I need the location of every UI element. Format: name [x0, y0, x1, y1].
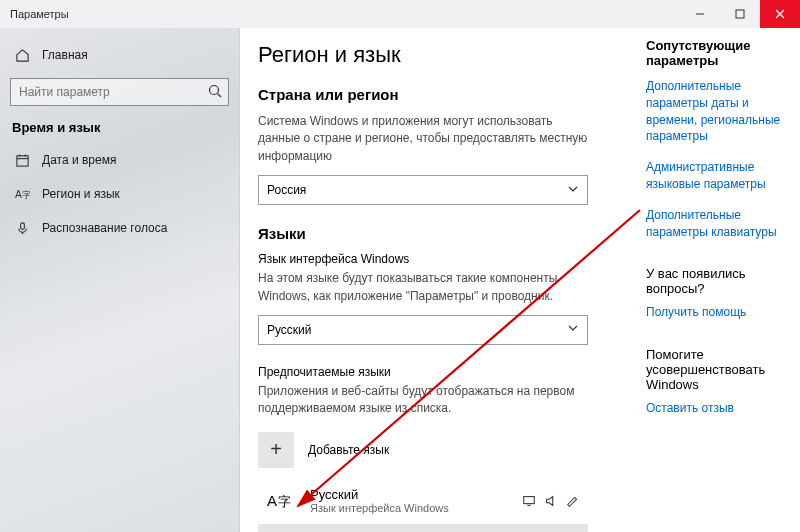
microphone-icon	[14, 220, 30, 236]
minimize-button[interactable]	[680, 0, 720, 28]
close-button[interactable]	[760, 0, 800, 28]
sidebar-item-date-time[interactable]: Дата и время	[10, 143, 229, 177]
display-icon	[522, 494, 536, 508]
tts-icon	[544, 494, 558, 508]
sidebar: Главная Время и язык Дата и время A字 Рег…	[0, 28, 240, 532]
search-input[interactable]	[10, 78, 229, 106]
language-item-russian[interactable]: A字 Русский Язык интерфейса Windows	[258, 478, 588, 524]
languages-heading: Языки	[258, 225, 618, 242]
home-icon	[14, 47, 30, 63]
chevron-down-icon	[567, 183, 579, 198]
svg-text:字: 字	[278, 494, 291, 509]
main-area: Регион и язык Страна или регион Система …	[240, 28, 800, 532]
plus-icon: +	[258, 432, 294, 468]
chevron-down-icon	[567, 322, 579, 337]
svg-rect-16	[524, 496, 535, 503]
preferred-heading: Предпочитаемые языки	[258, 365, 618, 379]
display-language-value: Русский	[267, 323, 312, 337]
language-name: Русский	[310, 487, 510, 502]
maximize-button[interactable]	[720, 0, 760, 28]
calendar-icon	[14, 152, 30, 168]
sidebar-item-label: Дата и время	[42, 153, 116, 167]
add-language-button[interactable]: + Добавьте язык	[258, 428, 588, 472]
svg-line-5	[218, 94, 222, 98]
related-heading: Сопутствующие параметры	[646, 38, 782, 68]
svg-text:字: 字	[21, 190, 29, 200]
language-glyph-icon: A字	[264, 484, 298, 518]
svg-rect-12	[20, 222, 24, 229]
related-link-keyboard[interactable]: Дополнительные параметры клавиатуры	[646, 207, 782, 241]
search-icon	[207, 83, 223, 102]
language-feature-icons	[522, 494, 580, 508]
get-help-link[interactable]: Получить помощь	[646, 304, 782, 321]
handwriting-icon	[566, 494, 580, 508]
sidebar-category: Время и язык	[12, 120, 229, 135]
svg-text:A: A	[267, 492, 277, 509]
sidebar-item-region-language[interactable]: A字 Регион и язык	[10, 177, 229, 211]
related-panel: Сопутствующие параметры Дополнительные п…	[618, 38, 782, 532]
language-item-english[interactable]: A字 English (United States) Установлен яз…	[258, 524, 588, 532]
sidebar-item-label: Распознавание голоса	[42, 221, 167, 235]
home-link[interactable]: Главная	[10, 38, 229, 72]
window-controls	[680, 0, 800, 28]
language-icon: A字	[14, 186, 30, 202]
related-link-admin-lang[interactable]: Административные языковые параметры	[646, 159, 782, 193]
questions-heading: У вас появились вопросы?	[646, 266, 782, 296]
related-link-date-region[interactable]: Дополнительные параметры даты и времени,…	[646, 78, 782, 145]
page-title: Регион и язык	[258, 42, 618, 68]
svg-rect-6	[16, 155, 27, 165]
sidebar-item-speech[interactable]: Распознавание голоса	[10, 211, 229, 245]
country-select[interactable]: Россия	[258, 175, 588, 205]
country-value: Россия	[267, 183, 306, 197]
preferred-desc: Приложения и веб-сайты будут отображатьс…	[258, 383, 588, 418]
sidebar-item-label: Регион и язык	[42, 187, 120, 201]
display-lang-desc: На этом языке будут показываться такие к…	[258, 270, 588, 305]
improve-heading: Помогите усовершенствовать Windows	[646, 347, 782, 392]
region-desc: Система Windows и приложения могут испол…	[258, 113, 588, 165]
svg-rect-1	[736, 10, 744, 18]
svg-point-4	[210, 86, 219, 95]
add-language-label: Добавьте язык	[308, 443, 389, 457]
display-language-select[interactable]: Русский	[258, 315, 588, 345]
region-heading: Страна или регион	[258, 86, 618, 103]
search-box[interactable]	[10, 78, 229, 106]
language-sub: Язык интерфейса Windows	[310, 502, 510, 514]
titlebar: Параметры	[0, 0, 800, 28]
app-title: Параметры	[10, 8, 69, 20]
home-label: Главная	[42, 48, 88, 62]
feedback-link[interactable]: Оставить отзыв	[646, 400, 782, 417]
display-lang-label: Язык интерфейса Windows	[258, 252, 618, 266]
